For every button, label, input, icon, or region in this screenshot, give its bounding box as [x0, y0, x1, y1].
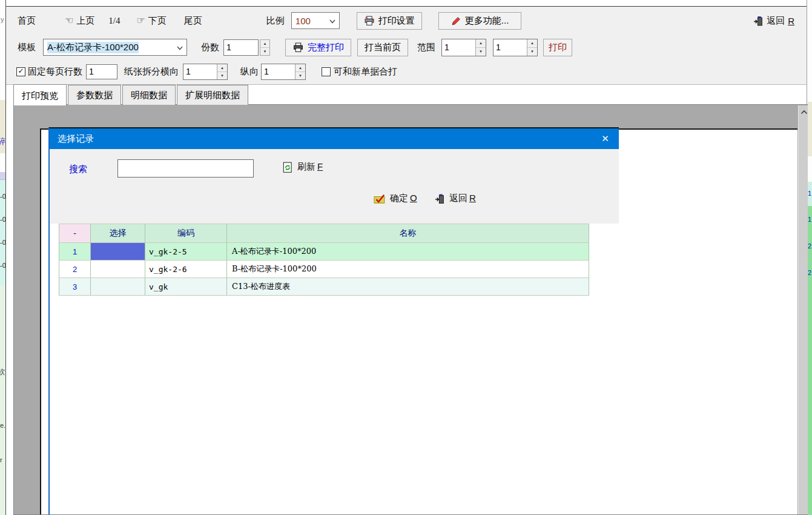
tab-print-preview[interactable]: 打印预览	[13, 84, 67, 105]
split-horizontal-spinner[interactable]: ▲ ▼	[183, 64, 228, 80]
range-from-spinner[interactable]: ▲ ▼	[441, 39, 486, 56]
spin-down-icon[interactable]: ▼	[295, 72, 305, 79]
next-page-button[interactable]: ☞ 下页	[137, 15, 167, 27]
split-vertical-stepper[interactable]: ▲ ▼	[295, 64, 305, 79]
scale-select[interactable]: 100	[291, 12, 340, 29]
edge-text-fragment: r	[0, 456, 2, 463]
merge-print-checkbox[interactable]: ✓	[322, 67, 331, 76]
printer-settings-icon	[364, 15, 375, 27]
printer-icon	[292, 42, 304, 53]
table-row[interactable]: 1 v_gk-2-5 A-松布记录卡-100*200	[59, 243, 589, 261]
return-button[interactable]: 返回R	[753, 15, 794, 27]
toolbar: 首页 ☜ 上页 1/4 ☞ 下页 尾页 比例 100	[6, 6, 807, 85]
spin-up-icon[interactable]: ▲	[260, 40, 269, 48]
dialog-titlebar[interactable]: 选择记录 ✕	[50, 128, 619, 149]
copies-stepper[interactable]: ▲ ▼	[260, 39, 270, 56]
column-header-select: 选择	[91, 224, 145, 243]
first-page-button[interactable]: 首页	[18, 15, 36, 27]
column-header-code: 编码	[145, 224, 227, 243]
left-edge-segment	[0, 172, 5, 179]
print-preview-window: 首页 ☜ 上页 1/4 ☞ 下页 尾页 比例 100	[5, 0, 807, 515]
spin-down-icon[interactable]: ▼	[527, 48, 537, 56]
table-header-row: - 选择 编码 名称	[59, 224, 589, 243]
paper-split-horizontal-label: 纸张拆分横向	[124, 66, 179, 78]
row-select-cell[interactable]	[91, 278, 145, 296]
template-select[interactable]: A-松布记录卡-100*200	[43, 39, 187, 56]
chevron-down-icon	[325, 16, 335, 26]
refresh-button[interactable]: 刷新F	[282, 161, 323, 173]
row-name-cell[interactable]: B-松布记录卡-100*200	[227, 261, 589, 278]
dialog-return-button[interactable]: 返回R	[435, 193, 476, 204]
tab-extended-detail-data[interactable]: 扩展明细数据	[177, 85, 248, 105]
pen-tools-icon	[451, 15, 461, 27]
spin-down-icon[interactable]: ▼	[476, 48, 486, 56]
check-icon: ✓	[18, 67, 24, 75]
prev-page-button[interactable]: ☜ 上页	[65, 15, 94, 27]
row-name-cell[interactable]: C13-松布进度表	[227, 278, 589, 296]
right-edge-segment	[808, 102, 812, 156]
split-vertical-input[interactable]	[262, 64, 295, 79]
edge-text-fragment: -0	[0, 193, 5, 200]
close-icon: ✕	[601, 133, 609, 144]
spin-up-icon[interactable]: ▲	[217, 64, 227, 72]
spin-up-icon[interactable]: ▲	[476, 39, 486, 48]
range-to-input[interactable]	[493, 39, 527, 56]
spin-down-icon[interactable]: ▼	[260, 48, 269, 55]
row-code-cell[interactable]: v_gk-2-5	[145, 243, 227, 261]
range-label: 范围	[417, 42, 435, 53]
row-code-cell[interactable]: v_gk-2-6	[145, 261, 227, 278]
range-from-stepper[interactable]: ▲ ▼	[475, 39, 486, 56]
hand-right-icon: ☞	[137, 16, 145, 25]
range-from-input[interactable]	[442, 39, 475, 56]
print-button[interactable]: 打印	[543, 39, 572, 56]
print-current-page-button[interactable]: 打当前页	[357, 39, 408, 56]
copies-label: 份数	[201, 42, 219, 53]
tab-parameter-data[interactable]: 参数数据	[68, 85, 121, 105]
split-horizontal-stepper[interactable]: ▲ ▼	[217, 64, 227, 79]
close-button[interactable]: ✕	[592, 128, 619, 149]
print-settings-button[interactable]: 打印设置	[357, 12, 422, 30]
scale-value: 100	[295, 16, 311, 26]
row-code-cell[interactable]: v_gk	[145, 278, 227, 296]
toolbar-row-navigation: 首页 ☜ 上页 1/4 ☞ 下页 尾页 比例 100	[6, 7, 807, 35]
edge-text-fragment: -0	[0, 239, 5, 246]
split-vertical-spinner[interactable]: ▲ ▼	[261, 64, 306, 80]
last-page-button[interactable]: 尾页	[184, 15, 202, 27]
search-input[interactable]	[117, 159, 254, 178]
fixed-rows-input[interactable]	[86, 64, 117, 79]
edge-text-fragment: -0	[0, 216, 5, 223]
tab-detail-data[interactable]: 明细数据	[122, 85, 176, 105]
ok-check-icon	[374, 193, 386, 204]
toolbar-row-options: ✓ 固定每页行数 纸张拆分横向 ▲ ▼ 纵向 ▲ ▼	[6, 60, 807, 83]
chevron-up-icon	[800, 106, 808, 117]
range-to-stepper[interactable]: ▲ ▼	[527, 39, 537, 56]
spin-up-icon[interactable]: ▲	[295, 64, 305, 72]
row-name-cell[interactable]: A-松布记录卡-100*200	[227, 243, 589, 261]
screen: y 碎 -0 -0 -0 -0 软 e. r 1 1 2 2 首页 ☜ 上页	[0, 0, 812, 515]
table-row[interactable]: 3 v_gk C13-松布进度表	[59, 278, 589, 296]
spin-down-icon[interactable]: ▼	[217, 72, 227, 79]
ok-button[interactable]: 确定O	[374, 193, 417, 204]
copies-input[interactable]	[223, 39, 259, 56]
chevron-down-icon	[172, 42, 183, 53]
full-print-button[interactable]: 完整打印	[285, 39, 351, 56]
row-select-cell[interactable]	[91, 261, 145, 278]
toolbar-row-print: 模板 A-松布记录卡-100*200 份数 ▲ ▼	[6, 35, 807, 60]
edge-text-fragment: e.	[0, 422, 5, 429]
split-horizontal-input[interactable]	[183, 64, 217, 79]
edge-text-fragment: 1	[808, 190, 811, 197]
right-edge-segment	[808, 206, 812, 515]
edge-text-fragment: 软	[0, 368, 5, 376]
scale-label: 比例	[266, 15, 285, 27]
fixed-rows-checkbox[interactable]: ✓	[16, 67, 25, 76]
row-select-cell[interactable]	[91, 243, 145, 261]
range-to-spinner[interactable]: ▲ ▼	[493, 39, 538, 56]
edge-text-fragment: 2	[808, 269, 811, 276]
more-functions-button[interactable]: 更多功能...	[438, 12, 522, 30]
template-label: 模板	[18, 42, 36, 53]
hand-left-icon: ☜	[65, 16, 73, 25]
merge-print-label: 可和新单据合打	[334, 66, 397, 78]
table-row[interactable]: 2 v_gk-2-6 B-松布记录卡-100*200	[59, 261, 589, 278]
edge-text-fragment: 1	[808, 216, 811, 223]
spin-up-icon[interactable]: ▲	[527, 39, 537, 48]
